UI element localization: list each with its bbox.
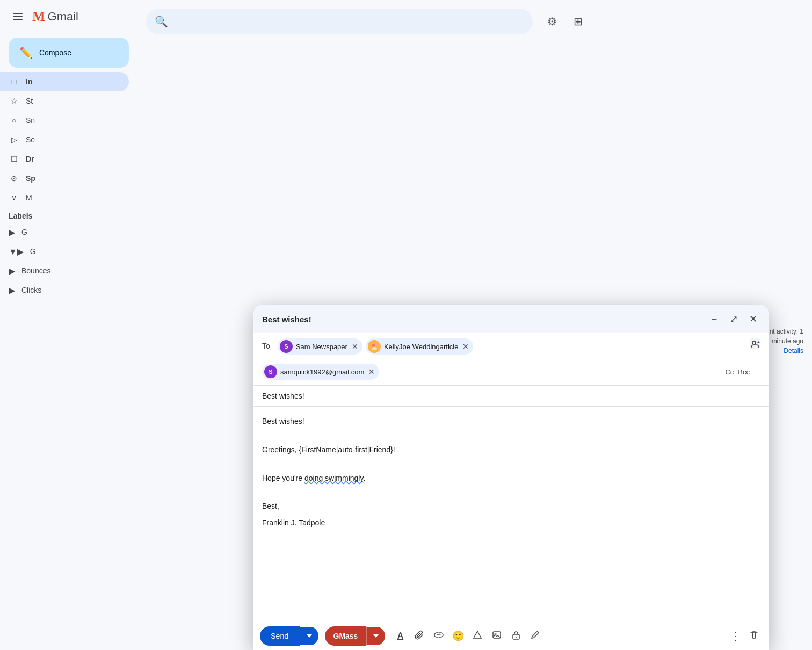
draft-icon: ☐ — [9, 154, 19, 164]
sidebar-item-sent[interactable]: ▷ Se — [0, 130, 129, 149]
cc-button[interactable]: Cc — [723, 366, 736, 378]
photo-button[interactable] — [488, 627, 505, 645]
inbox-icon: □ — [9, 76, 19, 87]
activity-text: unt activity: 1minute ago Details — [666, 4, 808, 356]
send-icon: ▷ — [9, 134, 19, 145]
svg-text:+: + — [518, 636, 520, 639]
sidebar-item-drafts[interactable]: ☐ Dr — [0, 149, 129, 169]
signature-button[interactable] — [527, 627, 544, 645]
body-line-3: Hope you're doing swimmingly. — [262, 472, 760, 484]
sidebar-item-label-snoozed: Sn — [26, 116, 120, 125]
sidebar-item-starred[interactable]: ☆ St — [0, 91, 129, 111]
compose-toolbar: Send GMass A — [253, 622, 769, 650]
label-item-g2[interactable]: ▼▶ G — [0, 242, 137, 261]
compose-label: Compose — [39, 48, 71, 57]
compose-header: Best wishes! − ⤢ ✕ — [253, 305, 769, 333]
compose-title: Best wishes! — [262, 315, 311, 324]
body-signature-2: Franklin J. Tadpole — [262, 517, 760, 529]
sidebar-item-label-spam: Sp — [26, 174, 120, 183]
gmail-logo: M Gmail — [32, 9, 78, 25]
svg-point-1 — [372, 344, 375, 347]
sidebar: M Gmail ✏️ Compose □ In ☆ St ○ Sn ▷ Se ☐… — [0, 0, 137, 650]
sidebar-item-more[interactable]: ∨ M — [0, 188, 129, 207]
recipient-chip-kellyjoe[interactable]: KellyJoe Weddingarticle ✕ — [366, 338, 474, 355]
contacts-button[interactable]: + — [750, 338, 760, 352]
gmail-m-logo: M — [32, 9, 46, 25]
expand-button[interactable]: ⤢ — [726, 312, 741, 327]
star-icon: ☆ — [9, 96, 19, 106]
cc-bcc-area: Cc Bcc — [723, 366, 760, 378]
body-line-1: Best wishes! — [262, 415, 760, 427]
spam-icon: ⊘ — [9, 173, 19, 184]
compose-body: To S Sam Newspaper ✕ — [253, 333, 769, 650]
body-line-2: Greetings, {FirstName|auto-first|Friend}… — [262, 444, 760, 456]
trash-icon — [749, 630, 759, 642]
gmass-button-group: GMass — [325, 626, 386, 646]
emoji-button[interactable]: 🙂 — [450, 627, 467, 645]
send-dropdown-button[interactable] — [300, 627, 318, 645]
remove-samquick-button[interactable]: ✕ — [368, 367, 375, 376]
settings-icon[interactable]: ⚙ — [541, 11, 563, 32]
label-item-g1[interactable]: ▶ G — [0, 222, 137, 242]
svg-point-3 — [372, 347, 377, 350]
recipient-name-samquick: samquick1992@gmail.com — [280, 368, 364, 376]
svg-point-10 — [516, 637, 517, 638]
sidebar-item-snoozed[interactable]: ○ Sn — [0, 111, 129, 130]
avatar-samquick: S — [264, 365, 277, 378]
gmass-dropdown-button[interactable] — [366, 627, 385, 645]
recipients-area: S Sam Newspaper ✕ KellyJoe Weddinga — [278, 338, 742, 355]
message-body[interactable]: Best wishes! Greetings, {FirstName|auto-… — [253, 407, 769, 622]
remove-sam-button[interactable]: ✕ — [352, 342, 358, 351]
sidebar-header: M Gmail — [0, 4, 137, 33]
attach-button[interactable] — [411, 627, 428, 645]
avatar-kellyjoe — [368, 340, 381, 353]
more-icon: ⋮ — [730, 630, 740, 642]
bcc-button[interactable]: Bcc — [736, 366, 752, 378]
subject-row[interactable]: Best wishes! — [253, 386, 769, 407]
details-link[interactable]: Details — [784, 347, 803, 355]
lock-icon: + — [511, 630, 521, 642]
avatar-sam: S — [280, 340, 293, 353]
label-item-clicks[interactable]: ▶ Clicks — [0, 280, 137, 300]
top-icons: ⚙ ⊞ — [541, 11, 589, 32]
recipients-row2: S samquick1992@gmail.com ✕ Cc Bcc — [253, 360, 769, 386]
confidential-button[interactable]: + — [508, 627, 525, 645]
compose-header-actions: − ⤢ ✕ — [707, 312, 760, 327]
body-line3-suffix: . — [363, 474, 365, 482]
to-row: To S Sam Newspaper ✕ — [253, 333, 769, 360]
format-text-icon: A — [397, 631, 404, 641]
format-text-button[interactable]: A — [392, 627, 409, 645]
body-signature-1: Best, — [262, 500, 760, 512]
drive-button[interactable] — [469, 627, 486, 645]
recipient-chip-samquick[interactable]: S samquick1992@gmail.com ✕ — [262, 364, 379, 380]
send-button[interactable]: Send — [260, 626, 300, 646]
recipients-area-2: S samquick1992@gmail.com ✕ — [262, 364, 723, 380]
top-bar: 🔍 ⚙ ⊞ — [142, 4, 657, 39]
pencil-icon — [531, 630, 540, 642]
gmass-button[interactable]: GMass — [325, 626, 367, 646]
more-options-button[interactable]: ⋮ — [726, 627, 743, 645]
label-item-bounces[interactable]: ▶ Bounces — [0, 261, 137, 280]
minimize-button[interactable]: − — [707, 312, 722, 327]
link-button[interactable] — [430, 627, 447, 645]
close-button[interactable]: ✕ — [745, 312, 760, 327]
remove-kellyjoe-button[interactable]: ✕ — [462, 342, 469, 351]
body-line3-wavy: doing swimmingly — [305, 474, 363, 482]
sidebar-item-inbox[interactable]: □ In — [0, 72, 129, 91]
recipient-chip-sam[interactable]: S Sam Newspaper ✕ — [278, 338, 363, 355]
sidebar-item-spam[interactable]: ⊘ Sp — [0, 169, 129, 188]
label-name-g1: G — [21, 228, 27, 236]
compose-button[interactable]: ✏️ Compose — [9, 38, 129, 68]
svg-text:+: + — [757, 340, 760, 345]
discard-button[interactable] — [745, 627, 763, 645]
grid-icon[interactable]: ⊞ — [567, 11, 589, 32]
drive-icon — [473, 630, 482, 642]
chevron-down-icon: ∨ — [9, 192, 19, 203]
label-name-g2: G — [30, 247, 36, 256]
label-name-bounces: Bounces — [21, 266, 50, 275]
labels-section-title: Labels — [0, 207, 137, 222]
gmail-text-logo: Gmail — [48, 10, 78, 24]
search-bar[interactable]: 🔍 — [146, 9, 533, 34]
label-name-clicks: Clicks — [21, 286, 41, 294]
hamburger-menu[interactable] — [9, 9, 27, 25]
